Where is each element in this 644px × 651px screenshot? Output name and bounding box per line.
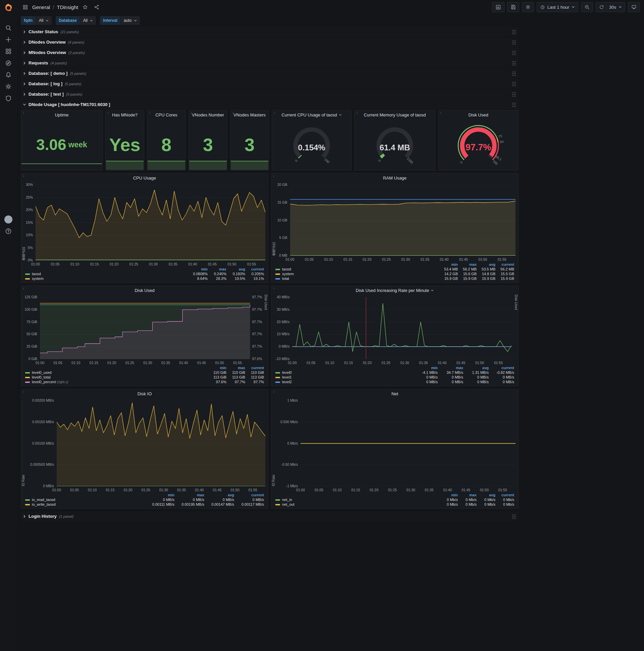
info-icon[interactable]: i <box>22 286 25 290</box>
legend-column-max[interactable]: max <box>459 493 478 497</box>
plot-area[interactable] <box>36 185 265 260</box>
legend-column-max[interactable]: max <box>176 493 205 497</box>
refresh-interval-picker[interactable]: 30s <box>596 2 625 12</box>
variable-fqdn-value[interactable]: All <box>36 16 52 25</box>
plot-area[interactable] <box>300 401 516 486</box>
breadcrumb-folder[interactable]: General <box>32 4 50 10</box>
add-panel-button[interactable] <box>492 2 505 12</box>
legend-column-current[interactable]: current <box>247 366 265 370</box>
legend-column-min[interactable]: min <box>441 262 459 267</box>
info-icon[interactable]: i <box>22 174 25 178</box>
legend-series[interactable]: level2 <box>274 379 414 384</box>
variable-interval-value[interactable]: auto <box>121 16 140 25</box>
dashboard-settings-button[interactable] <box>522 2 534 12</box>
panel-title[interactable]: Disk Used Increasing Rate per Minute <box>271 286 518 294</box>
legend-series-name[interactable]: net_in <box>282 498 292 502</box>
legend-series[interactable]: level0 <box>274 370 414 375</box>
breadcrumb-dashboard-title[interactable]: TDinsight <box>57 4 78 10</box>
legend-series-name[interactable]: total <box>282 277 289 281</box>
legend-column-min[interactable]: min <box>146 493 176 497</box>
legend-series-name[interactable]: system <box>32 277 43 281</box>
info-icon[interactable]: i <box>272 174 276 178</box>
alerting-bell-icon[interactable] <box>0 69 17 81</box>
zoom-out-button[interactable] <box>581 2 593 12</box>
legend-column-avg[interactable]: avg <box>478 493 497 497</box>
legend-column-current[interactable]: current <box>247 267 265 272</box>
legend-column-min[interactable]: min <box>190 267 209 272</box>
row-login-history[interactable]: Login History (1 panel) <box>21 512 519 521</box>
legend-series-name[interactable]: io_read_taosd <box>32 498 55 502</box>
row-drag-handle[interactable] <box>513 92 516 96</box>
info-icon[interactable]: i <box>356 111 359 115</box>
panel-title[interactable]: Has MNode? <box>106 111 144 119</box>
row-drag-handle[interactable] <box>513 40 516 44</box>
legend-series-name[interactable]: level2 <box>282 380 292 384</box>
legend-column-avg[interactable]: avg <box>464 366 490 370</box>
legend-series-name[interactable]: io_write_taosd <box>32 502 56 506</box>
panel-title[interactable]: VNodes Masters <box>230 111 269 119</box>
panel-title[interactable]: Disk Used <box>439 111 518 119</box>
configuration-gear-icon[interactable] <box>0 81 17 92</box>
panel-title[interactable]: Net <box>271 389 518 398</box>
panel-title[interactable]: Current CPU Usage of taosd <box>272 111 351 119</box>
time-range-picker[interactable]: Last 1 hour <box>537 2 578 12</box>
info-icon[interactable]: i <box>22 111 25 115</box>
legend-series-name[interactable]: level0_percent <box>32 380 56 384</box>
legend-series-name[interactable]: net_out <box>282 502 294 506</box>
row-collapsed-6[interactable]: Database: [ test ](5 panels) <box>21 89 519 99</box>
panel-title[interactable]: Disk Used <box>21 286 268 294</box>
admin-shield-icon[interactable] <box>0 92 17 104</box>
legend-column-min[interactable]: min <box>209 366 228 370</box>
row-drag-handle[interactable] <box>513 71 516 75</box>
info-icon[interactable]: i <box>273 111 276 115</box>
plot-area[interactable] <box>290 185 516 256</box>
legend-column-avg[interactable]: avg <box>205 493 235 497</box>
row-drag-handle[interactable] <box>513 61 516 65</box>
info-icon[interactable]: i <box>190 111 193 115</box>
legend-column-current[interactable]: current <box>497 262 516 267</box>
info-icon[interactable]: i <box>231 111 234 115</box>
panel-title[interactable]: Disk IO <box>21 389 268 398</box>
legend-series-name[interactable]: level1 <box>282 375 292 379</box>
legend-column-max[interactable]: max <box>209 267 228 272</box>
legend-series-name[interactable]: level0_total <box>32 375 51 379</box>
info-icon[interactable]: i <box>22 390 25 394</box>
cycle-view-mode-button[interactable] <box>628 2 640 12</box>
info-icon[interactable]: i <box>440 111 443 115</box>
row-collapsed-1[interactable]: DNodes Overview(4 panels) <box>21 37 519 47</box>
legend-series[interactable]: total <box>274 276 441 281</box>
share-icon[interactable] <box>92 3 101 11</box>
legend-series[interactable]: system <box>24 276 190 281</box>
search-icon[interactable] <box>0 22 17 34</box>
row-drag-handle[interactable] <box>513 103 516 107</box>
row-dnode-usage[interactable]: DNode Usage [ huolinhe-TM1701:6030 ] <box>21 100 519 110</box>
panel-title[interactable]: RAM Usage <box>271 174 518 182</box>
legend-series[interactable]: level0_used <box>24 370 209 375</box>
legend-series-name[interactable]: taosd <box>282 267 291 271</box>
legend-column-min[interactable]: min <box>414 366 439 370</box>
row-collapsed-4[interactable]: Database: [ demo ](5 panels) <box>21 68 519 78</box>
plot-area[interactable] <box>40 297 250 359</box>
dashboards-icon[interactable] <box>0 45 17 57</box>
row-drag-handle[interactable] <box>513 51 516 55</box>
legend-series[interactable]: level1 <box>274 375 414 379</box>
panel-title[interactable]: VNodes Number <box>189 111 227 119</box>
legend-series[interactable]: level0_total <box>24 375 209 379</box>
legend-series-name[interactable]: taosd <box>32 272 41 276</box>
legend-column-max[interactable]: max <box>228 366 247 370</box>
explore-compass-icon[interactable] <box>0 57 17 69</box>
legend-series-name[interactable]: system <box>282 272 294 276</box>
row-collapsed-5[interactable]: Database: [ log ](5 panels) <box>21 79 519 89</box>
variable-database-value[interactable]: All <box>80 16 96 25</box>
legend-series[interactable]: net_out <box>274 502 441 507</box>
plot-area[interactable] <box>292 297 512 359</box>
info-icon[interactable]: i <box>107 111 110 115</box>
row-collapsed-0[interactable]: Cluster Status(21 panels) <box>21 27 519 37</box>
help-icon[interactable] <box>0 225 17 237</box>
legend-column-avg[interactable]: avg <box>228 267 247 272</box>
panel-title[interactable]: Uptime <box>21 111 102 119</box>
legend-series-name[interactable]: level0 <box>282 370 292 374</box>
panel-title[interactable]: Current Memory Usage of taosd <box>355 111 435 119</box>
legend-series[interactable]: io_read_taosd <box>24 497 146 502</box>
panel-title[interactable]: CPU Usage <box>21 174 268 182</box>
